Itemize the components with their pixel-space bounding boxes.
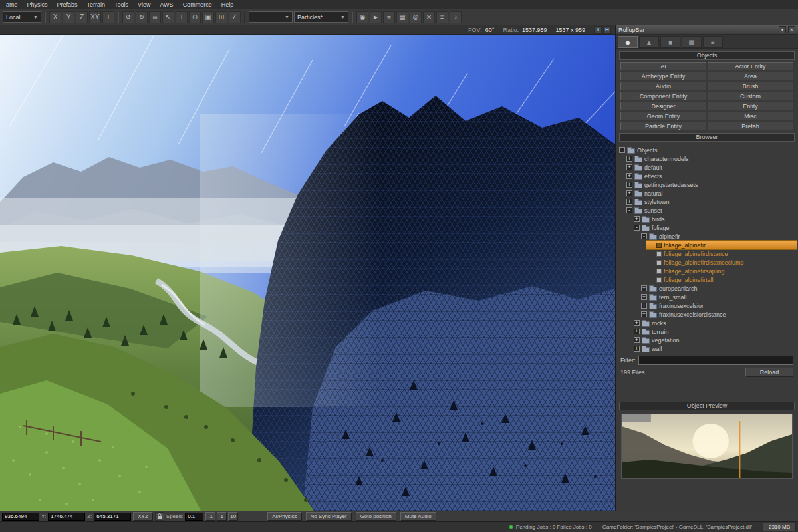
constrain-z-icon[interactable]: Z [76,11,88,23]
expand-toggle-icon[interactable]: + [634,346,640,352]
menu-item[interactable]: Commerce [178,1,217,8]
tree-item[interactable]: foliage_alpinefirdistance [646,249,797,258]
rollup-bar-titlebar[interactable]: RollupBar ▾ ✕ [616,25,798,35]
menu-item[interactable]: Prefabs [53,1,82,8]
follow-terrain-icon[interactable]: ⊥ [102,11,114,23]
object-type-button[interactable]: AI [620,62,706,70]
undo-icon[interactable]: ↺ [122,11,134,23]
snap-angle-icon[interactable]: ∠ [229,11,241,23]
expand-toggle-icon[interactable]: + [634,337,640,343]
tab-display[interactable]: ▦ [682,36,702,48]
expand-toggle-icon[interactable]: + [641,311,647,317]
tab-terrain[interactable]: ▲ [639,36,659,48]
measure-icon[interactable]: ≈ [383,11,395,23]
object-type-button[interactable]: Audio [620,82,706,90]
tree-item[interactable]: foliage_alpinefir [646,241,797,249]
tree-item[interactable]: foliage_alpinefirsapling [646,267,797,275]
info-button[interactable]: i [594,26,602,34]
tab-modelling[interactable]: ■ [660,36,680,48]
tree-item[interactable]: + gettingstartedassets [624,180,797,189]
tree-item[interactable]: + charactermodels [624,154,797,163]
y-coordinate-field[interactable]: 1746.474 [48,513,85,521]
tree-item[interactable]: + natural [624,189,797,198]
speed-preset-button[interactable]: 1 [217,512,227,521]
rollup-close-button[interactable]: ✕ [788,26,795,33]
expand-toggle-icon[interactable]: + [626,190,632,196]
physics-tool-icon[interactable]: ◉ [356,11,368,23]
expand-toggle-icon[interactable]: + [626,156,632,162]
expand-toggle-icon[interactable]: - [641,233,647,239]
object-type-button[interactable]: Brush [708,82,793,90]
tree-item[interactable]: + fraxinusexcelsior [639,301,797,310]
menu-item[interactable]: AWS [155,1,178,8]
menu-item[interactable]: ame [1,1,23,8]
object-preview-header[interactable]: Object Preview [619,402,795,410]
tree-item[interactable]: + vegetation [632,336,797,344]
xyz-toggle-button[interactable]: XYZ [133,512,153,521]
select-icon[interactable]: ↖ [162,11,174,23]
rotate-icon[interactable]: ⊙ [189,11,201,23]
move-icon[interactable]: + [176,11,188,23]
expand-toggle-icon[interactable]: + [626,164,632,170]
tree-item[interactable]: + birds [632,215,797,223]
expand-toggle-icon[interactable]: + [626,199,632,205]
expand-toggle-icon[interactable]: - [634,225,640,231]
render-flags-icon[interactable]: ✕ [423,11,435,23]
expand-toggle-icon[interactable]: + [641,294,647,300]
expand-toggle-icon[interactable]: - [626,207,632,213]
tree-item[interactable]: + effects [624,172,797,180]
x-coordinate-field[interactable]: 936.6494 [2,513,39,521]
constrain-xy-icon[interactable]: XY [89,11,101,23]
object-type-button[interactable]: Custom [708,92,793,100]
redo-icon[interactable]: ↻ [136,11,148,23]
constrain-x-icon[interactable]: X [49,11,61,23]
object-type-button[interactable]: Misc [708,112,793,120]
tree-item[interactable]: + fern_small [639,293,797,301]
particles-combo[interactable]: Particles* ▼ [294,11,348,23]
layers-icon[interactable]: ▦ [396,11,408,23]
object-type-button[interactable]: Area [708,72,793,80]
expand-toggle-icon[interactable]: + [641,303,647,309]
constrain-y-icon[interactable]: Y [63,11,74,23]
object-type-button[interactable]: Designer [620,102,706,110]
speed-preset-button[interactable]: .1 [205,512,215,521]
tree-item[interactable]: + fraxinusexcelsiordistance [639,310,797,319]
expand-toggle-icon[interactable]: + [634,216,640,222]
tree-item[interactable]: - sunset [624,206,797,215]
tree-item[interactable]: foliage_alpinefirdistanceclump [646,258,797,267]
tree-item[interactable]: foliage_alpinefirtall [646,275,797,284]
menu-item[interactable]: Help [217,1,239,8]
rollup-menu-button[interactable]: ▾ [779,26,786,33]
tree-item[interactable]: + terrain [632,327,797,336]
statusbar-button[interactable]: Mute Audio [400,512,436,521]
database-view-icon[interactable]: ≡ [436,11,448,23]
simulate-icon[interactable]: ► [370,11,382,23]
browser-section-header[interactable]: Browser [619,133,795,142]
object-type-button[interactable]: Prefab [708,122,793,130]
tree-item[interactable]: + rocks [632,319,797,327]
object-type-button[interactable]: Actor Entity [708,62,793,70]
menu-item[interactable]: Physics [23,1,53,8]
tab-objects[interactable]: ◆ [618,36,638,48]
statusbar-button[interactable]: Goto position [356,512,396,521]
scale-icon[interactable]: ▣ [202,11,214,23]
expand-toggle-icon[interactable]: + [641,285,647,291]
object-type-button[interactable]: Component Entity [620,92,706,100]
expand-toggle-icon[interactable]: - [619,147,625,153]
tree-item[interactable]: + styletown [624,198,797,206]
expand-toggle-icon[interactable]: + [634,320,640,326]
speed-preset-button[interactable]: 10 [228,512,238,521]
menu-item[interactable]: View [133,1,155,8]
tree-item[interactable]: + wall [632,344,797,353]
filter-input[interactable] [638,356,794,365]
tree-item[interactable]: + default [624,163,797,172]
statusbar-button[interactable]: AI/Physics [267,512,301,521]
link-icon[interactable]: ∞ [149,11,161,23]
object-type-button[interactable]: Archetype Entity [620,72,706,80]
expand-toggle-icon[interactable]: + [634,329,640,334]
object-type-button[interactable]: Entity [708,102,793,110]
camera-icon[interactable]: ◎ [410,11,422,23]
object-type-button[interactable]: Particle Entity [620,122,706,130]
object-type-combo[interactable]: ▼ [249,11,293,23]
tree-item[interactable]: - foliage [632,223,797,232]
